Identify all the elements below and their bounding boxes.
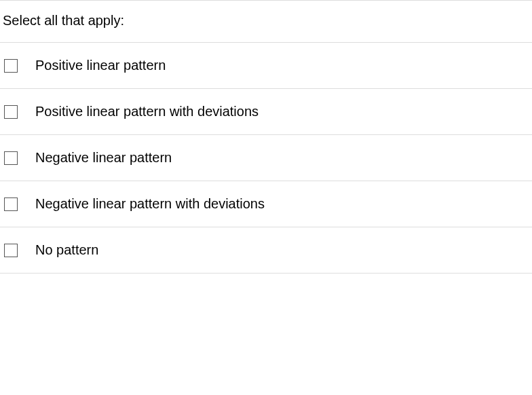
checkbox-2[interactable] <box>4 151 18 165</box>
checkbox-0[interactable] <box>4 59 18 73</box>
question-prompt-row: Select all that apply: <box>0 0 532 43</box>
checkbox-1[interactable] <box>4 105 18 119</box>
option-row-0[interactable]: Positive linear pattern <box>0 43 532 89</box>
checkbox-4[interactable] <box>4 244 18 257</box>
option-row-3[interactable]: Negative linear pattern with deviations <box>0 181 532 227</box>
option-label-4: No pattern <box>35 242 98 258</box>
question-container: Select all that apply: Positive linear p… <box>0 0 532 274</box>
option-row-1[interactable]: Positive linear pattern with deviations <box>0 89 532 135</box>
option-row-4[interactable]: No pattern <box>0 227 532 274</box>
option-label-0: Positive linear pattern <box>35 58 166 73</box>
option-label-2: Negative linear pattern <box>35 150 172 166</box>
option-label-3: Negative linear pattern with deviations <box>35 196 265 212</box>
checkbox-3[interactable] <box>4 198 18 211</box>
option-row-2[interactable]: Negative linear pattern <box>0 135 532 181</box>
option-label-1: Positive linear pattern with deviations <box>35 104 259 119</box>
question-prompt: Select all that apply: <box>3 13 124 28</box>
